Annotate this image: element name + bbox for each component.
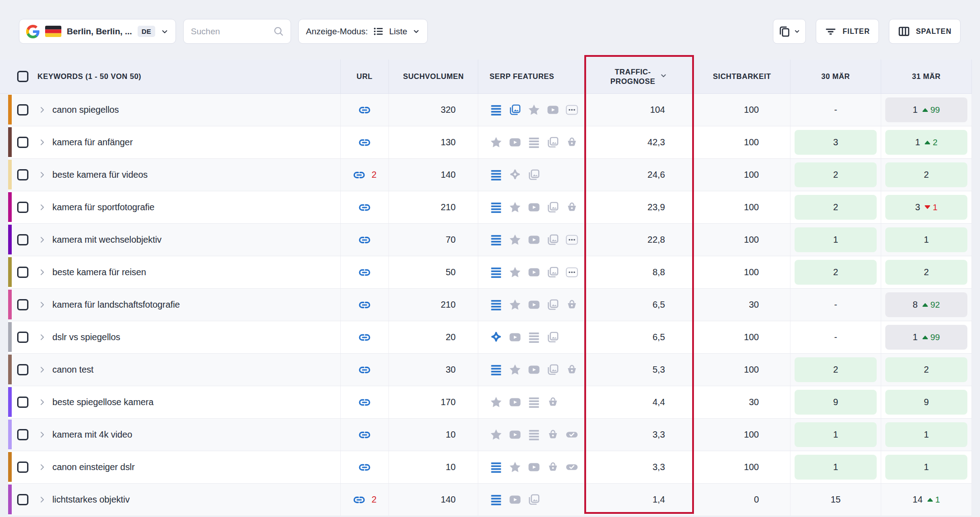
organic-results-icon	[490, 461, 503, 474]
shopping-icon	[546, 428, 559, 441]
images-icon	[546, 233, 559, 246]
row-checkbox[interactable]	[17, 429, 28, 440]
select-all-checkbox[interactable]	[17, 71, 28, 82]
expand-chevron-icon[interactable]	[38, 431, 46, 439]
row-checkbox[interactable]	[17, 137, 28, 148]
organic-results-icon	[490, 201, 503, 214]
link-icon[interactable]	[352, 493, 366, 507]
reviews-icon	[508, 298, 522, 311]
row-checkbox[interactable]	[17, 364, 28, 375]
keyword-label[interactable]: dslr vs spiegellos	[52, 332, 120, 342]
row-checkbox[interactable]	[17, 202, 28, 213]
keyword-label[interactable]: kamera für landschaftsfotografie	[52, 300, 180, 310]
link-icon[interactable]	[352, 168, 366, 182]
keyword-label[interactable]: kamera für sportfotografie	[52, 202, 154, 212]
date-31-cell: 1	[881, 224, 972, 256]
chevron-down-icon	[161, 28, 169, 36]
link-icon[interactable]	[358, 363, 371, 377]
column-header-search-volume[interactable]: SUCHVOLUMEN	[389, 60, 478, 93]
reviews-icon	[508, 266, 522, 279]
column-header-url[interactable]: URL	[341, 60, 389, 93]
rank-badge: 1	[885, 227, 967, 252]
expand-chevron-icon[interactable]	[38, 463, 46, 471]
row-checkbox[interactable]	[17, 104, 28, 115]
link-icon[interactable]	[358, 428, 371, 442]
search-volume-cell: 10	[389, 451, 478, 483]
row-checkbox[interactable]	[17, 462, 28, 473]
keyword-label[interactable]: beste kamera für videos	[52, 170, 148, 180]
rank-badge: 2	[795, 260, 877, 285]
column-header-date-30[interactable]: 30 MÄR	[790, 60, 881, 93]
columns-button[interactable]: SPALTEN	[889, 19, 961, 44]
google-logo-icon	[26, 25, 40, 38]
more-features-icon[interactable]	[565, 233, 578, 246]
expand-chevron-icon[interactable]	[38, 171, 46, 179]
link-icon[interactable]	[358, 266, 371, 279]
keyword-label[interactable]: beste spiegellose kamera	[52, 397, 153, 407]
row-checkbox[interactable]	[17, 397, 28, 408]
search-volume-cell: 130	[389, 126, 478, 158]
row-checkbox[interactable]	[17, 494, 28, 505]
link-icon[interactable]	[358, 136, 371, 149]
date-30-cell: 9	[790, 386, 881, 418]
keyword-label[interactable]: canon einsteiger dslr	[52, 462, 134, 472]
reviews-icon	[490, 396, 503, 409]
location-selector[interactable]: Berlin, Berlin, ... DE	[19, 19, 176, 44]
images-icon	[527, 168, 541, 181]
table-row: beste kamera für reisen 50 8,8 100 2 2	[8, 256, 972, 289]
expand-chevron-icon[interactable]	[38, 301, 46, 309]
expand-chevron-icon[interactable]	[38, 398, 46, 406]
copy-button[interactable]	[773, 19, 806, 44]
organic-results-icon	[527, 136, 541, 149]
images-icon	[546, 136, 559, 149]
column-header-date-31[interactable]: 31 MÄR	[881, 60, 972, 93]
row-checkbox[interactable]	[17, 332, 28, 343]
keyword-label[interactable]: kamera mit wechselobjektiv	[52, 235, 162, 245]
ai-overview-icon	[490, 331, 503, 344]
row-checkbox[interactable]	[17, 169, 28, 180]
url-cell	[341, 386, 389, 418]
location-label: Berlin, Berlin, ...	[67, 27, 132, 37]
link-icon[interactable]	[358, 201, 371, 214]
row-checkbox[interactable]	[17, 234, 28, 245]
column-header-visibility[interactable]: SICHTBARKEIT	[694, 60, 790, 93]
expand-chevron-icon[interactable]	[38, 366, 46, 374]
expand-chevron-icon[interactable]	[38, 236, 46, 244]
expand-chevron-icon[interactable]	[38, 496, 46, 503]
expand-chevron-icon[interactable]	[38, 106, 46, 114]
video-icon	[527, 201, 541, 214]
link-icon[interactable]	[358, 103, 371, 117]
more-features-icon[interactable]	[565, 266, 578, 279]
shopping-icon	[565, 298, 578, 311]
reviews-icon	[508, 461, 522, 474]
expand-chevron-icon[interactable]	[38, 268, 46, 276]
search-input[interactable]: Suchen	[183, 19, 291, 44]
keyword-label[interactable]: canon spiegellos	[52, 105, 119, 115]
url-cell: 2	[341, 484, 389, 516]
keyword-label[interactable]: lichtstarkes objektiv	[52, 494, 129, 505]
link-icon[interactable]	[358, 461, 371, 474]
display-mode-selector[interactable]: Anzeige-Modus: Liste	[298, 19, 427, 44]
link-icon[interactable]	[358, 298, 371, 312]
keyword-label[interactable]: canon test	[52, 365, 93, 375]
link-icon[interactable]	[358, 331, 371, 344]
link-icon[interactable]	[358, 233, 371, 247]
keyword-label[interactable]: kamera mit 4k video	[52, 429, 132, 440]
shopping-icon	[546, 461, 559, 474]
keyword-label[interactable]: kamera für anfänger	[52, 137, 133, 148]
expand-chevron-icon[interactable]	[38, 333, 46, 341]
date-31-cell: 892	[881, 289, 972, 321]
column-header-serp-features[interactable]: SERP FEATURES	[478, 60, 584, 93]
row-checkbox[interactable]	[17, 299, 28, 310]
column-header-traffic-prognose[interactable]: TRAFFIC- PROGNOSE	[584, 60, 694, 93]
row-checkbox[interactable]	[17, 267, 28, 278]
keyword-label[interactable]: beste kamera für reisen	[52, 267, 146, 277]
expand-chevron-icon[interactable]	[38, 203, 46, 211]
rank-badge: 2	[885, 357, 967, 382]
more-features-icon[interactable]	[565, 103, 578, 116]
link-icon[interactable]	[358, 396, 371, 409]
keyword-color-stripe	[8, 355, 12, 384]
filter-button[interactable]: FILTER	[816, 19, 879, 44]
url-cell	[341, 191, 389, 223]
expand-chevron-icon[interactable]	[38, 138, 46, 146]
